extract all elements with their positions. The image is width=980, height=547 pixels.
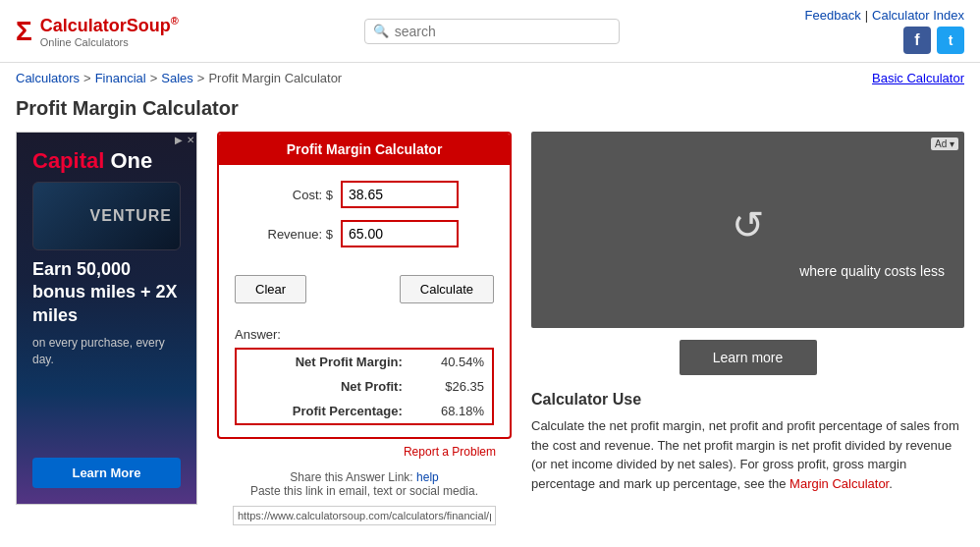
video-overlay-text: where quality costs less: [799, 263, 945, 279]
ad-badge: Ad ▾: [931, 137, 958, 150]
calculator-inputs: Cost: $ Revenue: $: [219, 165, 510, 275]
breadcrumb-sales[interactable]: Sales: [161, 71, 193, 85]
basic-calculator-link[interactable]: Basic Calculator: [872, 71, 964, 85]
net-profit-value: $26.35: [410, 374, 493, 399]
logo-name-part1: Calculator: [40, 16, 127, 35]
logo-subtitle: Online Calculators: [40, 36, 179, 48]
calculator-buttons: Clear Calculate: [219, 275, 510, 319]
calculator-use-title: Calculator Use: [531, 391, 964, 409]
clear-button[interactable]: Clear: [235, 275, 306, 303]
ad-card-image: VENTURE: [32, 182, 181, 250]
logo-name: CalculatorSoup®: [40, 15, 179, 36]
calculator-use-description: Calculate the net profit margin, net pro…: [531, 416, 964, 493]
revenue-label: Revenue: $: [235, 227, 333, 242]
search-icon: 🔍: [373, 24, 389, 38]
share-url-area: [217, 506, 512, 525]
cost-input[interactable]: [341, 181, 459, 208]
breadcrumb-financial[interactable]: Financial: [95, 71, 146, 85]
ad-flag: ▶: [175, 135, 183, 145]
cost-label: Cost: $: [235, 188, 333, 202]
ad-label-area: ▶ ✕: [175, 135, 194, 145]
calculator-title: Profit Margin Calculator: [219, 134, 510, 165]
share-help-link[interactable]: help: [416, 470, 439, 484]
header-right: Feedback | Calculator Index f t: [805, 8, 964, 54]
share-label: Share this Answer Link:: [290, 470, 412, 484]
profit-percentage-row: Profit Percentage: 68.18%: [236, 399, 493, 424]
revenue-row: Revenue: $: [235, 220, 494, 247]
answer-label: Answer:: [235, 327, 494, 342]
logo-area: Σ CalculatorSoup® Online Calculators: [16, 15, 179, 48]
play-icon: ↺: [732, 202, 765, 247]
answer-section: Answer: Net Profit Margin: 40.54% Net Pr…: [219, 319, 510, 425]
facebook-icon[interactable]: f: [903, 27, 931, 54]
header: Σ CalculatorSoup® Online Calculators 🔍 F…: [0, 0, 980, 63]
share-url-input[interactable]: [233, 506, 496, 525]
breadcrumb-calculators[interactable]: Calculators: [16, 71, 80, 85]
revenue-input[interactable]: [341, 220, 459, 247]
calculator-use-desc-text: Calculate the net profit margin, net pro…: [531, 418, 959, 491]
ad-earn-text: Earn 50,000 bonus miles + 2X miles: [32, 258, 181, 327]
calculator-use-section: Calculator Use Calculate the net profit …: [531, 391, 964, 493]
share-section: Share this Answer Link: help Paste this …: [217, 463, 512, 506]
sigma-icon: Σ: [16, 16, 32, 47]
calculator-use-desc-end: .: [889, 476, 893, 491]
header-links: Feedback | Calculator Index: [805, 8, 964, 23]
profit-percentage-label: Profit Percentage:: [236, 399, 410, 424]
page-title: Profit Margin Calculator: [0, 93, 980, 132]
calculator-index-link[interactable]: Calculator Index: [872, 8, 964, 23]
breadcrumb-right: Basic Calculator: [872, 71, 964, 85]
calculator-box: Profit Margin Calculator Cost: $ Revenue…: [217, 132, 512, 439]
venture-text: VENTURE: [90, 207, 172, 225]
calculate-button[interactable]: Calculate: [400, 275, 494, 303]
paste-label: Paste this link in email, text or social…: [250, 484, 478, 498]
net-profit-margin-row: Net Profit Margin: 40.54%: [236, 349, 493, 374]
search-input[interactable]: [395, 24, 611, 39]
breadcrumb-left: Calculators > Financial > Sales > Profit…: [16, 71, 342, 85]
link-separator: |: [865, 8, 868, 23]
ad-sub-text: on every purchase, every day.: [32, 335, 181, 368]
learn-more-button[interactable]: Learn more: [680, 340, 817, 375]
logo-name-part2: Soup: [127, 16, 171, 35]
capital-one-logo: Capital One: [32, 148, 181, 174]
calculator-area: Profit Margin Calculator Cost: $ Revenue…: [217, 132, 512, 525]
search-box[interactable]: 🔍: [364, 19, 620, 44]
logo-text: CalculatorSoup® Online Calculators: [40, 15, 179, 48]
breadcrumb-sep3: >: [197, 71, 205, 85]
ad-close[interactable]: ✕: [187, 135, 194, 145]
results-table: Net Profit Margin: 40.54% Net Profit: $2…: [235, 348, 494, 425]
main-content: ▶ ✕ Capital One VENTURE Earn 50,000 bonu…: [0, 132, 980, 525]
search-area: 🔍: [364, 19, 620, 44]
net-profit-row: Net Profit: $26.35: [236, 374, 493, 399]
right-content: Ad ▾ ↺ where quality costs less Learn mo…: [531, 132, 964, 525]
breadcrumb-sep1: >: [83, 71, 91, 85]
left-ad: ▶ ✕ Capital One VENTURE Earn 50,000 bonu…: [16, 132, 197, 525]
net-profit-margin-value: 40.54%: [410, 349, 493, 374]
net-profit-label: Net Profit:: [236, 374, 410, 399]
ad-box: ▶ ✕ Capital One VENTURE Earn 50,000 bonu…: [16, 132, 197, 505]
twitter-icon[interactable]: t: [937, 27, 964, 54]
breadcrumb-sep2: >: [150, 71, 158, 85]
profit-percentage-value: 68.18%: [410, 399, 493, 424]
breadcrumb-current: Profit Margin Calculator: [208, 71, 342, 85]
report-problem-link[interactable]: Report a Problem: [404, 445, 496, 459]
breadcrumb: Calculators > Financial > Sales > Profit…: [0, 63, 980, 93]
ad-learn-more-button[interactable]: Learn More: [32, 458, 181, 488]
video-ad-area: Ad ▾ ↺ where quality costs less: [531, 132, 964, 328]
social-icons: f t: [903, 27, 964, 54]
net-profit-margin-label: Net Profit Margin:: [236, 349, 410, 374]
margin-calculator-link[interactable]: Margin Calculator: [789, 476, 889, 491]
cost-row: Cost: $: [235, 181, 494, 208]
logo-trademark: ®: [171, 15, 179, 27]
report-problem-area: Report a Problem: [217, 439, 512, 463]
feedback-link[interactable]: Feedback: [805, 8, 861, 23]
